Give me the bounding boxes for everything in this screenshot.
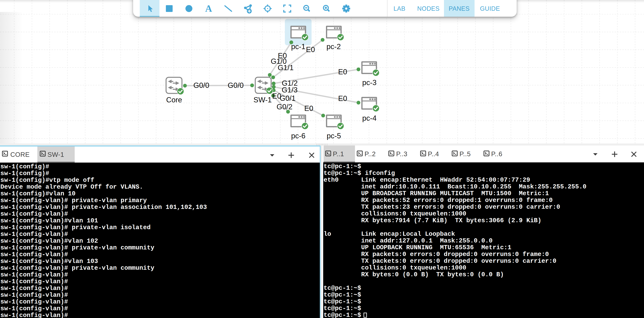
svg-text:pc-1: pc-1 [291,43,306,51]
svg-text:G1/3: G1/3 [282,86,298,94]
svg-text:G0/2: G0/2 [276,103,292,111]
svg-text:A: A [205,3,212,14]
svg-text:NODES: NODES [417,5,440,12]
svg-text:G0/1: G0/1 [280,94,296,102]
svg-text:pc-2: pc-2 [326,43,341,51]
svg-text:E0: E0 [306,46,315,54]
svg-text:pc-6: pc-6 [291,132,306,140]
svg-text:pc-4: pc-4 [362,114,377,122]
svg-text:G0/0: G0/0 [193,81,209,89]
svg-text:GUIDE: GUIDE [480,5,500,12]
svg-text:E0: E0 [338,68,347,76]
svg-text:G1/1: G1/1 [278,64,294,72]
svg-text:E0: E0 [304,104,313,113]
svg-text:Core: Core [166,96,182,104]
svg-text:PANES: PANES [449,5,470,12]
svg-text:E0: E0 [338,94,347,103]
svg-text:G0/0: G0/0 [228,81,244,89]
svg-text:E0: E0 [272,92,281,100]
svg-text:pc-5: pc-5 [327,132,341,140]
svg-text:SW-1: SW-1 [254,96,272,104]
svg-text:pc-3: pc-3 [362,79,377,87]
svg-text:LAB: LAB [394,5,406,12]
